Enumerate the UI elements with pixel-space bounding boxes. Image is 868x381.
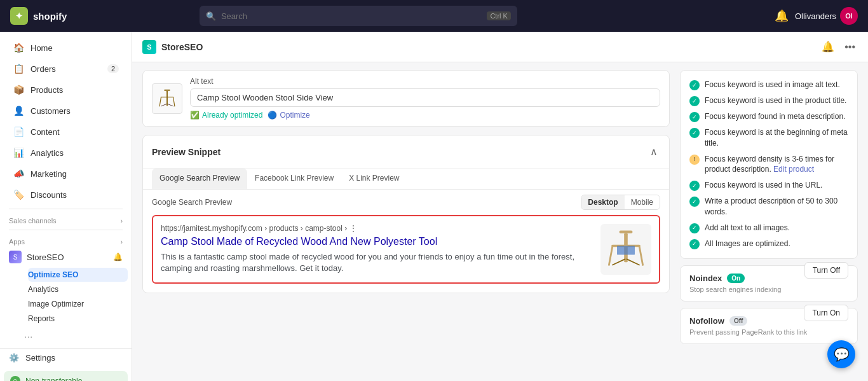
checklist-text-6: Write a product description of 50 to 300…: [705, 196, 848, 218]
warn-icon-4: !: [689, 155, 700, 165]
top-nav-right: 🔔 Ollivanders Ol: [775, 7, 858, 25]
home-icon: 🏠: [13, 42, 24, 53]
svg-line-5: [161, 104, 167, 106]
storeseo-reports[interactable]: Reports: [28, 312, 128, 326]
preview-collapse-button[interactable]: ∧: [648, 143, 660, 160]
nofollow-card: Nofollow Off Turn On Prevent passing Pag…: [680, 308, 858, 344]
search-bar[interactable]: 🔍 Ctrl K: [200, 6, 517, 26]
preview-snippet-title: Preview Snippet: [152, 147, 220, 157]
alt-text-row: Alt text ✅ Already optimized 🔵: [143, 71, 669, 127]
sidebar-products-label: Products: [31, 85, 63, 95]
noindex-header: Noindex On: [689, 274, 745, 283]
settings-icon: ⚙️: [9, 353, 19, 363]
alt-text-input[interactable]: [190, 88, 660, 107]
checklist-item-8: ✓ All Images are optimized.: [689, 236, 848, 252]
sidebar-orders-label: Orders: [31, 64, 56, 74]
checklist-text-4: Focus keyword density is 3-6 times for p…: [705, 154, 848, 176]
storeseo-header-actions: 🔔 •••: [819, 38, 858, 55]
nofollow-header: Nofollow Off: [689, 316, 747, 326]
shopify-brand-name: shopify: [33, 11, 67, 22]
url-more-icon: ⋮: [349, 224, 357, 233]
optimize-icon: 🔵: [268, 111, 277, 120]
storeseo-brand-name: StoreSEO: [161, 42, 203, 52]
storeseo-app-item[interactable]: S StoreSEO 🔔: [0, 247, 132, 267]
settings-item[interactable]: ⚙️ Settings: [0, 348, 132, 367]
sidebar: 🏠 Home 📋 Orders 2 📦 Products 👤 Customers…: [0, 32, 132, 381]
more-options-button[interactable]: •••: [842, 39, 858, 55]
check-icon-2: ✓: [689, 112, 700, 122]
sub-reports-label: Reports: [28, 314, 55, 323]
google-preview-box: https://jamitest.myshopify.com › product…: [152, 215, 660, 284]
notification-bell-icon[interactable]: 🔔: [775, 9, 789, 23]
preview-snippet-header: Preview Snippet ∧: [143, 135, 669, 169]
search-shortcut: Ctrl K: [487, 11, 511, 20]
search-icon: 🔍: [206, 11, 216, 21]
tab-x-link[interactable]: X Link Preview: [341, 169, 407, 189]
main-layout: 🏠 Home 📋 Orders 2 📦 Products 👤 Customers…: [0, 32, 868, 381]
search-input[interactable]: [221, 11, 482, 21]
sub-image-optimizer-label: Image Optimizer: [28, 300, 84, 308]
bell-button[interactable]: 🔔: [819, 38, 837, 55]
gp-description: This is a fantastic camp stool made of r…: [161, 251, 594, 274]
content-body: Alt text ✅ Already optimized 🔵: [132, 62, 868, 352]
svg-line-13: [627, 259, 639, 265]
sidebar-item-products[interactable]: 📦 Products: [4, 80, 128, 100]
check-icon: ✅: [190, 111, 200, 120]
user-badge[interactable]: Ollivanders Ol: [795, 7, 858, 25]
svg-line-3: [159, 97, 161, 106]
tab-google-search[interactable]: Google Search Preview: [152, 169, 247, 189]
avatar: Ol: [840, 7, 858, 25]
storeseo-logo-icon: S: [142, 40, 156, 54]
settings-label: Settings: [25, 353, 55, 363]
checklist-item-0: ✓ Focus keyword is used in image alt tex…: [689, 77, 848, 93]
main-content: S StoreSEO 🔔 •••: [132, 32, 868, 381]
gp-url: https://jamitest.myshopify.com › product…: [161, 224, 594, 233]
noindex-toggle-button[interactable]: Turn Off: [804, 262, 848, 279]
analytics-icon: 📊: [13, 147, 24, 158]
mobile-btn[interactable]: Mobile: [625, 195, 660, 209]
seo-checklist: ✓ Focus keyword is used in image alt tex…: [680, 70, 858, 259]
apps-section[interactable]: Apps ›: [0, 234, 132, 247]
svg-rect-7: [620, 231, 633, 233]
checklist-item-2: ✓ Focus keyword found in meta descriptio…: [689, 109, 848, 125]
chat-button[interactable]: 💬: [827, 340, 855, 368]
edit-product-link[interactable]: Edit product: [773, 165, 814, 174]
checklist-item-5: ✓ Focus keyword is used in the URL.: [689, 177, 848, 193]
non-transferable-badge: ⊙ Non-transferable: [4, 371, 128, 381]
desktop-btn[interactable]: Desktop: [581, 195, 624, 209]
check-icon-5: ✓: [689, 181, 700, 191]
sidebar-item-marketing[interactable]: 📣 Marketing: [4, 163, 128, 184]
sidebar-item-discounts[interactable]: 🏷️ Discounts: [4, 184, 128, 205]
check-icon-7: ✓: [689, 223, 700, 233]
storeseo-analytics[interactable]: Analytics: [28, 282, 128, 296]
optimize-button[interactable]: 🔵 Optimize: [268, 111, 309, 120]
discounts-icon: 🏷️: [13, 189, 24, 200]
checklist-text-7: Add alt text to all images.: [705, 223, 790, 233]
non-transferable-label: Non-transferable: [25, 377, 82, 381]
right-panel: ✓ Focus keyword is used in image alt tex…: [680, 70, 858, 344]
sidebar-item-home[interactable]: 🏠 Home: [4, 38, 128, 58]
svg-line-10: [609, 246, 613, 265]
alt-text-label: Alt text: [190, 77, 660, 86]
storeseo-image-optimizer[interactable]: Image Optimizer: [28, 297, 128, 311]
nofollow-status-badge: Off: [729, 316, 747, 326]
sidebar-item-analytics[interactable]: 📊 Analytics: [4, 142, 128, 163]
sidebar-item-content[interactable]: 📄 Content: [4, 121, 128, 142]
tab-facebook-link[interactable]: Facebook Link Preview: [247, 169, 341, 189]
checklist-text-3: Focus keyword is at the beginning of met…: [705, 127, 848, 149]
nofollow-toggle-button[interactable]: Turn On: [804, 305, 848, 321]
preview-tabs: Google Search Preview Facebook Link Prev…: [143, 169, 669, 190]
storeseo-optimize-seo[interactable]: Optimize SEO: [28, 268, 128, 282]
storeseo-header: S StoreSEO 🔔 •••: [132, 32, 868, 62]
google-preview-label: Google Search Preview: [152, 198, 232, 207]
optimize-seo-label: Optimize SEO: [28, 270, 78, 279]
svg-rect-14: [617, 246, 635, 254]
noindex-card: Noindex On Turn Off Stop search engines …: [680, 265, 858, 301]
sales-channels-section[interactable]: Sales channels ›: [0, 213, 132, 226]
checklist-item-7: ✓ Add alt text to all images.: [689, 220, 848, 236]
sidebar-item-orders[interactable]: 📋 Orders 2: [4, 59, 128, 79]
sidebar-item-customers[interactable]: 👤 Customers: [4, 100, 128, 121]
nofollow-title: Nofollow: [689, 316, 724, 326]
sales-channels-label: Sales channels: [9, 217, 57, 225]
top-navigation: ✦ shopify 🔍 Ctrl K 🔔 Ollivanders Ol: [0, 0, 868, 32]
